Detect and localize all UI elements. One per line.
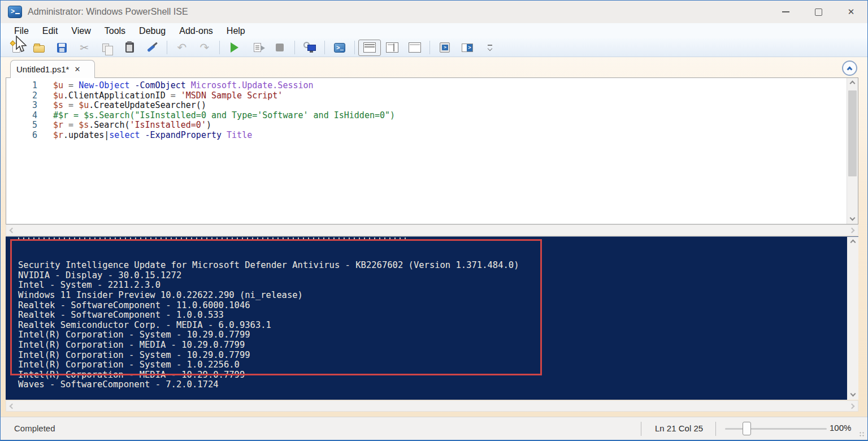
open-script-button[interactable] [28, 40, 50, 56]
line-number: 2 [6, 91, 37, 101]
console-output-line: Waves - SoftwareComponent - 7.2.0.1724 [18, 380, 841, 390]
paste-button[interactable] [118, 40, 141, 56]
clear-console-button[interactable] [141, 40, 163, 56]
scroll-right-arrow[interactable] [849, 403, 855, 409]
show-command-window-button[interactable]: > [456, 40, 479, 56]
scroll-up-arrow[interactable] [847, 237, 858, 247]
show-script-pane-top-button[interactable] [358, 40, 381, 56]
copy-button[interactable] [96, 40, 118, 56]
save-button[interactable] [50, 40, 73, 56]
console-output-line: NVIDIA - Display - 30.0.15.1272 [18, 271, 841, 281]
code-line: 1$u = New-Object -ComObject Microsoft.Up… [6, 81, 395, 91]
editor-scroll-thumb[interactable] [848, 90, 857, 176]
close-icon: ✕ [848, 7, 855, 17]
console-output-line: Security Intelligence Update for Microso… [18, 261, 841, 271]
undo-button[interactable]: ↶ [171, 40, 193, 56]
scroll-left-arrow[interactable] [10, 227, 15, 233]
code-text: $r = $s.Search('IsInstalled=0') [53, 120, 211, 131]
stop-square-icon [276, 44, 284, 51]
status-separator [715, 422, 716, 436]
cut-button[interactable]: ✂ [73, 40, 96, 56]
collapse-script-pane-button[interactable] [842, 60, 857, 76]
powershell-ise-window: > Administrator: Windows PowerShell ISE … [0, 0, 868, 441]
menu-tools[interactable]: Tools [98, 25, 132, 37]
toolbar: ✂ ↶ ↷ > > > [1, 38, 867, 57]
console-horizontal-scrollbar[interactable] [6, 400, 858, 412]
code-line: 3$s = $u.CreateUpdateSearcher() [6, 101, 395, 111]
scroll-right-arrow[interactable] [849, 227, 855, 233]
run-script-button[interactable] [223, 40, 246, 56]
script-editor-pane[interactable]: 1$u = New-Object -ComObject Microsoft.Up… [6, 77, 858, 224]
script-tab-label: Untitled1.ps1* [16, 64, 69, 74]
menu-addons[interactable]: Add-ons [172, 25, 220, 37]
new-remote-powershell-tab-button[interactable] [298, 40, 321, 56]
toolbar-separator [429, 41, 430, 54]
code-line: 2$u.ClientApplicationID = 'MSDN Sample S… [6, 91, 395, 101]
toolbar-overflow-button[interactable] [479, 40, 501, 56]
undo-icon: ↶ [177, 42, 187, 53]
script-pane-right-icon [386, 42, 398, 53]
tab-close-icon[interactable]: ✕ [74, 65, 80, 74]
resize-grip[interactable] [859, 431, 865, 437]
console-output-line: Realtek - SoftwareComponent - 1.0.0.533 [18, 310, 841, 321]
console-output-line: Intel - System - 2211.2.3.0 [18, 280, 841, 291]
maximize-icon [815, 8, 822, 16]
window-title: Administrator: Windows PowerShell ISE [28, 7, 188, 17]
chevron-up-icon [847, 66, 853, 72]
console-vertical-scrollbar[interactable] [847, 237, 858, 400]
toolbar-separator [354, 41, 355, 54]
open-folder-icon [33, 45, 45, 53]
code-text: #$r = $s.Search("IsInstalled=0 and Type=… [53, 111, 395, 121]
menu-debug[interactable]: Debug [132, 25, 172, 37]
new-script-button[interactable] [5, 40, 28, 56]
editor-horizontal-scrollbar[interactable] [6, 224, 858, 236]
clear-console-icon [146, 42, 158, 53]
menu-view[interactable]: View [64, 25, 97, 37]
maximize-button[interactable] [802, 1, 835, 23]
console-pane[interactable]: Security Intelligence Update for Microso… [6, 236, 858, 400]
code-text: $s = $u.CreateUpdateSearcher() [53, 101, 206, 111]
toolbar-separator [219, 41, 220, 54]
show-script-pane-maximized-button[interactable] [403, 40, 426, 56]
zoom-percentage: 100% [830, 423, 851, 433]
line-number: 1 [6, 81, 37, 91]
code-text: $r.updates|select -ExpandProperty Title [53, 131, 252, 141]
stop-operation-button[interactable] [268, 40, 291, 56]
run-selection-button[interactable] [246, 40, 268, 56]
scroll-down-arrow[interactable] [847, 214, 858, 224]
zoom-slider-track[interactable] [725, 428, 827, 430]
toolbar-separator [324, 41, 325, 54]
title-bar: > Administrator: Windows PowerShell ISE … [1, 1, 867, 23]
menu-help[interactable]: Help [220, 25, 252, 37]
code-text: $u = New-Object -ComObject Microsoft.Upd… [53, 81, 314, 91]
menu-file[interactable]: File [7, 25, 36, 37]
scroll-up-arrow[interactable] [847, 78, 858, 88]
script-pane-top-icon [363, 42, 376, 53]
save-floppy-icon [57, 43, 67, 53]
redo-button[interactable]: ↷ [193, 40, 216, 56]
redo-icon: ↷ [200, 42, 210, 53]
status-message: Completed [14, 423, 55, 433]
show-script-pane-right-button[interactable] [381, 40, 403, 56]
code-text: $u.ClientApplicationID = 'MSDN Sample Sc… [53, 91, 283, 101]
minimize-button[interactable] [769, 1, 802, 23]
new-script-icon [12, 43, 20, 53]
line-number: 6 [6, 131, 37, 141]
zoom-slider-thumb[interactable] [743, 422, 751, 435]
script-tab[interactable]: Untitled1.ps1* ✕ [10, 60, 95, 78]
console-output-line: Realtek - SoftwareComponent - 11.0.6000.… [18, 301, 841, 311]
code-line: 4#$r = $s.Search("IsInstalled=0 and Type… [6, 111, 395, 121]
console-output-line: Intel(R) Corporation - MEDIA - 10.29.0.7… [18, 340, 841, 351]
new-powershell-tab-button[interactable]: > [433, 40, 456, 56]
console-output-line: Intel(R) Corporation - MEDIA - 10.29.0.7… [18, 370, 841, 381]
menu-edit[interactable]: Edit [36, 25, 65, 37]
start-powershell-button[interactable]: > [328, 40, 351, 56]
scroll-down-arrow[interactable] [847, 390, 858, 400]
run-play-icon [231, 42, 238, 53]
overflow-chevron-icon [487, 44, 493, 51]
powershell-logo-icon: > [334, 43, 345, 53]
close-button[interactable]: ✕ [835, 1, 867, 23]
editor-vertical-scrollbar[interactable] [847, 78, 858, 224]
scroll-left-arrow[interactable] [10, 403, 15, 409]
code-line: 6$r.updates|select -ExpandProperty Title [6, 131, 395, 141]
